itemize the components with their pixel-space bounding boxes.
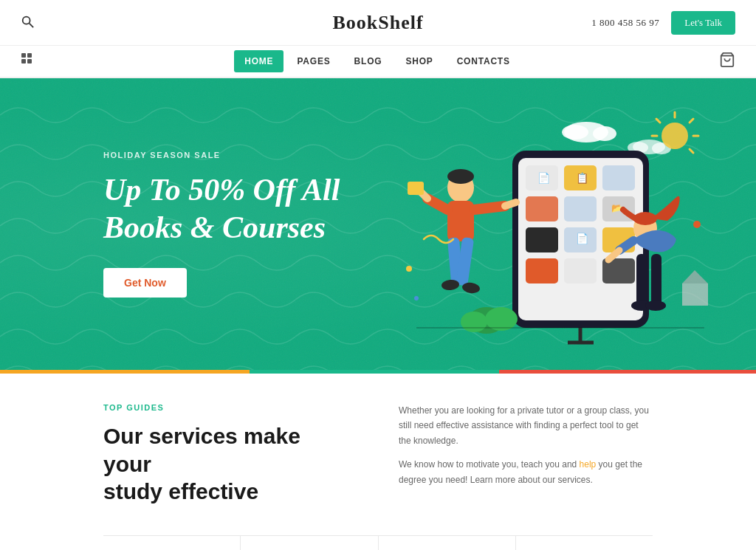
services-desc-p1: Whether you are looking for a private tu… [399,403,653,448]
svg-line-17 [690,149,693,153]
svg-rect-28 [526,227,558,252]
cart-icon[interactable] [719,52,735,71]
header: BookShelf 1 800 458 56 97 Let's Talk [0,0,756,46]
hero-content: HOLIDAY SEASON SALE Up To 50% Off AllBoo… [0,151,378,298]
svg-line-43 [474,206,505,210]
svg-text:📂: 📂 [611,202,622,213]
svg-line-1 [30,23,33,27]
svg-rect-58 [682,283,708,306]
services-right: Whether you are looking for a private tu… [399,403,653,506]
grid-icon[interactable] [21,52,35,70]
svg-rect-31 [526,258,558,283]
get-now-button[interactable]: Get Now [103,268,187,298]
header-right: 1 800 458 56 97 Let's Talk [591,11,735,35]
service-cards: ★ ★ Branding ProjectManagement [103,535,653,551]
svg-point-65 [693,221,701,228]
nav-contacts[interactable]: CONTACTS [447,50,520,72]
svg-rect-24 [602,165,635,190]
svg-point-9 [593,126,616,141]
svg-rect-49 [408,182,424,195]
svg-rect-54 [636,254,647,306]
hero-title: Up To 50% Off AllBooks & Courses [103,171,378,246]
svg-point-66 [414,296,419,300]
nav-shop[interactable]: SHOP [395,50,443,72]
svg-text:📄: 📄 [576,233,589,245]
svg-rect-5 [27,59,32,63]
svg-point-0 [23,16,30,24]
hero-section: HOLIDAY SEASON SALE Up To 50% Off AllBoo… [0,78,756,370]
services-section: TOP GUIDES Our services make yourstudy e… [0,374,756,550]
svg-point-13 [662,123,688,149]
svg-text:📋: 📋 [576,172,589,185]
hero-svg: 📄 📋 📂 📄 [357,92,712,365]
nav-pages[interactable]: PAGES [286,50,340,72]
header-left [21,15,34,31]
service-card-branding: ★ ★ Branding ProjectManagement [103,536,241,551]
svg-rect-3 [27,53,32,58]
svg-point-39 [447,169,474,184]
svg-line-18 [656,119,660,123]
service-card-hr: Human ResourceManagement [241,536,378,551]
svg-rect-55 [651,254,662,306]
svg-point-57 [645,300,666,311]
service-card-design: Creative DesignUI/UX [379,536,516,551]
services-description: Whether you are looking for a private tu… [399,403,653,487]
service-card-corporate: Corporate SalesManagement [516,536,653,551]
svg-point-62 [461,312,487,332]
services-top: TOP GUIDES Our services make yourstudy e… [103,403,653,506]
hero-illustration: 📄 📋 📂 📄 [357,86,712,370]
logo[interactable]: BookShelf [332,12,423,34]
phone-number: 1 800 458 56 97 [591,17,659,29]
nav-links: HOME PAGES BLOG SHOP CONTACTS [234,50,520,72]
search-icon[interactable] [21,15,34,31]
nav-blog[interactable]: BLOG [344,50,393,72]
svg-rect-32 [564,258,597,283]
highlight-text: help [580,459,597,470]
nav-home[interactable]: HOME [234,50,284,72]
services-left: TOP GUIDES Our services make yourstudy e… [103,403,354,506]
svg-text:📄: 📄 [537,172,551,185]
nav-bar: HOME PAGES BLOG SHOP CONTACTS [0,46,756,78]
svg-point-8 [562,125,588,140]
svg-rect-2 [21,53,26,58]
lets-talk-button[interactable]: Let's Talk [671,11,735,35]
svg-line-44 [505,202,516,206]
svg-rect-26 [564,196,597,221]
services-heading: Our services make yourstudy effective [103,422,354,506]
svg-rect-4 [21,59,26,63]
svg-marker-59 [682,270,708,283]
svg-line-15 [690,119,693,123]
svg-rect-25 [526,196,558,221]
hero-label: HOLIDAY SEASON SALE [103,151,378,159]
services-desc-p2: We know how to motivate you, teach you a… [399,457,653,487]
svg-point-64 [406,266,412,272]
top-guides-label: TOP GUIDES [103,403,354,412]
